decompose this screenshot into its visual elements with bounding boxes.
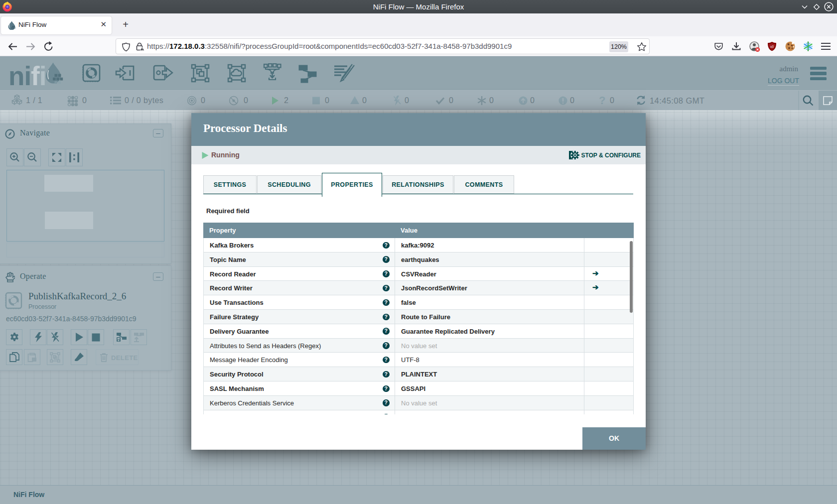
svg-text:u0: u0 — [770, 45, 774, 48]
svg-text:?: ? — [599, 94, 605, 107]
